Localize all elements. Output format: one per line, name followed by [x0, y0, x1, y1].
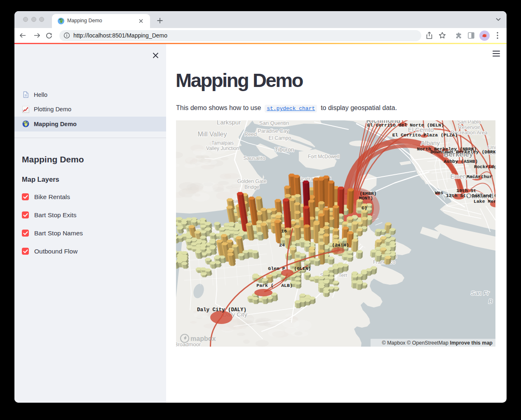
svg-text:Mill Valley: Mill Valley — [198, 131, 227, 138]
svg-text:16: 16 — [281, 228, 287, 234]
svg-text:Daly City (DALY): Daly City (DALY) — [197, 307, 246, 313]
svg-text:Tiburon: Tiburon — [275, 146, 294, 153]
svg-text:Ashby (ASHB): Ashby (ASHB) — [444, 159, 478, 164]
svg-text:Wes: Wes — [435, 190, 444, 195]
svg-text:Paradise Cay: Paradise Cay — [258, 128, 289, 134]
svg-text:Bridge: Bridge — [244, 184, 259, 190]
svg-text:San Quentin: San Quentin — [259, 120, 289, 126]
svg-text:C): C) — [361, 205, 367, 211]
svg-text:Lake Merr: Lake Merr — [474, 199, 495, 204]
svg-text:B: B — [488, 298, 493, 305]
svg-text:Valley Junction: Valley Junction — [206, 145, 239, 151]
svg-text:Glen P: Glen P — [268, 266, 285, 271]
svg-text:Rockridge (R: Rockridge (R — [474, 164, 495, 169]
svg-text:MONT): MONT) — [359, 195, 373, 201]
svg-text:El Cerrito Plaza (PLZA): El Cerrito Plaza (PLZA) — [392, 132, 458, 138]
svg-text:24: 24 — [279, 242, 285, 248]
svg-text:Reed: Reed — [244, 131, 257, 137]
svg-text:El Cerrito del Norte (DELN): El Cerrito del Norte (DELN) — [367, 122, 444, 128]
svg-text:El Campo: El Campo — [269, 135, 291, 141]
svg-text:San Fr: San Fr — [471, 289, 490, 296]
svg-text:mapbox: mapbox — [190, 335, 216, 342]
svg-text:Terr: Terr — [338, 272, 347, 278]
svg-text:MacArthur (MCAR: MacArthur (MCAR — [467, 174, 495, 179]
svg-text:12th St. Oakland Cit: 12th St. Oakland Cit — [446, 193, 495, 198]
svg-text:Larkspur: Larkspur — [217, 120, 241, 126]
svg-text:Tamalpais: Tamalpais — [211, 140, 234, 146]
svg-text:Sausalito: Sausalito — [243, 155, 265, 161]
svg-text:Downtown Berkeley (DBRK): Downtown Berkeley (DBRK) — [430, 149, 495, 155]
svg-text:ALB): ALB) — [281, 283, 293, 288]
svg-text:Golden Gate: Golden Gate — [237, 178, 267, 184]
svg-text:Fort McDowell: Fort McDowell — [308, 154, 340, 160]
svg-text:© Mapbox © OpenStreetMap Impro: © Mapbox © OpenStreetMap Improve this ma… — [382, 340, 493, 346]
svg-text:Albany: Albany — [421, 139, 440, 146]
svg-text:Reservoir: Reservoir — [458, 124, 480, 130]
svg-text:(GLEN): (GLEN) — [294, 266, 311, 271]
svg-text:(24TH): (24TH) — [332, 242, 349, 248]
svg-text:Park (: Park ( — [256, 283, 273, 288]
